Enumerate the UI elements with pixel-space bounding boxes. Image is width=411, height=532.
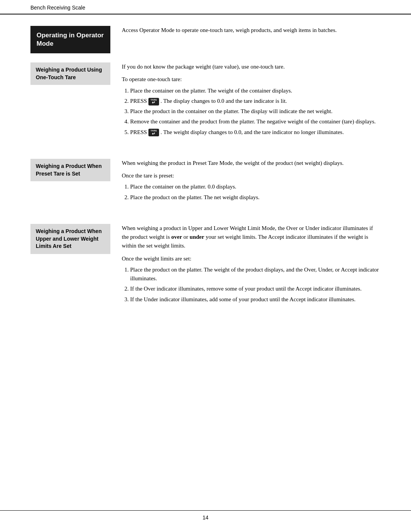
header-bar: Bench Receiving Scale: [0, 0, 411, 14]
header-title: Bench Receiving Scale: [30, 5, 85, 11]
preset-tare-section: Weighing a Product When Preset Tare is S…: [30, 159, 381, 206]
spacer1: [30, 53, 381, 62]
main-intro: Access Operator Mode to operate one-touc…: [122, 26, 381, 35]
step-1-5: PRESS TARE ↵ . The weight display change…: [130, 128, 381, 137]
subsection3-right: When weighing a product in Upper and Low…: [118, 224, 381, 308]
step-2-2: Place the product on the platter. The ne…: [130, 193, 381, 202]
step-1-2: PRESS TARE ↵ . The display changes to 0.…: [130, 97, 381, 105]
step-2-1: Place the container on the platter. 0.0 …: [130, 182, 381, 191]
footer: 14: [0, 510, 411, 521]
subsection2-right: When weighing the product in Preset Tare…: [118, 159, 381, 206]
subsection1-intro-label: To operate one-touch tare:: [122, 75, 381, 84]
press-label-1: PRESS: [130, 98, 148, 104]
step-3-3: If the Under indicator illuminates, add …: [130, 295, 381, 304]
tare-label-text: TARE: [150, 98, 157, 102]
tare-button-1: TARE ↵: [148, 98, 159, 105]
step-3-1: Place the product on the platter. The we…: [130, 265, 381, 283]
subsection1-desc: If you do not know the package weight (t…: [122, 62, 381, 71]
step-3-2: If the Over indicator illuminates, remov…: [130, 284, 381, 293]
tare-label-text-2: TARE: [150, 129, 157, 133]
section-left-col: Operating in Operator Mode: [30, 26, 118, 53]
subsection3-left: Weighing a Product When Upper and Lower …: [30, 224, 118, 308]
step-1-4: Remove the container and the product fro…: [130, 117, 381, 126]
content-area: Operating in Operator Mode Access Operat…: [0, 14, 411, 342]
subsection2-heading: Weighing a Product When Preset Tare is S…: [30, 159, 110, 181]
operating-section: Operating in Operator Mode Access Operat…: [30, 26, 381, 53]
subsection1-steps: Place the container on the platter. The …: [122, 86, 381, 137]
step-1-3: Place the product in the container on th…: [130, 107, 381, 116]
page-number: 14: [202, 514, 209, 521]
page-container: Bench Receiving Scale Operating in Opera…: [0, 0, 411, 532]
step-1-5-text: . The weight display changes to 0.0, and…: [161, 129, 344, 135]
subsection2-intro-label: Once the tare is preset:: [122, 171, 381, 180]
bold-under: under: [190, 234, 204, 240]
subsection2-left: Weighing a Product When Preset Tare is S…: [30, 159, 118, 206]
subsection3-steps: Place the product on the platter. The we…: [122, 265, 381, 304]
step-1-1: Place the container on the platter. The …: [130, 86, 381, 95]
subsection2-steps: Place the container on the platter. 0.0 …: [122, 182, 381, 202]
subsection3-desc: When weighing a product in Upper and Low…: [122, 224, 381, 251]
subsection1-heading: Weighing a Product Using One-Touch Tare: [30, 62, 110, 85]
bold-over: over: [171, 234, 182, 240]
subsection2-desc: When weighing the product in Preset Tare…: [122, 159, 381, 168]
section-right-col: Access Operator Mode to operate one-touc…: [118, 26, 381, 53]
step-1-2-text: . The display changes to 0.0 and the tar…: [161, 98, 287, 104]
subsection3-heading: Weighing a Product When Upper and Lower …: [30, 224, 110, 254]
main-section-heading: Operating in Operator Mode: [30, 26, 110, 53]
tare-button-2: TARE ↵: [148, 129, 159, 136]
subsection1-right: If you do not know the package weight (t…: [118, 62, 381, 141]
subsection3-intro-label: Once the weight limits are set:: [122, 254, 381, 263]
one-touch-tare-section: Weighing a Product Using One-Touch Tare …: [30, 62, 381, 141]
subsection1-left: Weighing a Product Using One-Touch Tare: [30, 62, 118, 141]
press-label-2: PRESS: [130, 129, 148, 135]
weight-limits-section: Weighing a Product When Upper and Lower …: [30, 224, 381, 308]
spacer3: [30, 217, 381, 224]
spacer2: [30, 152, 381, 159]
